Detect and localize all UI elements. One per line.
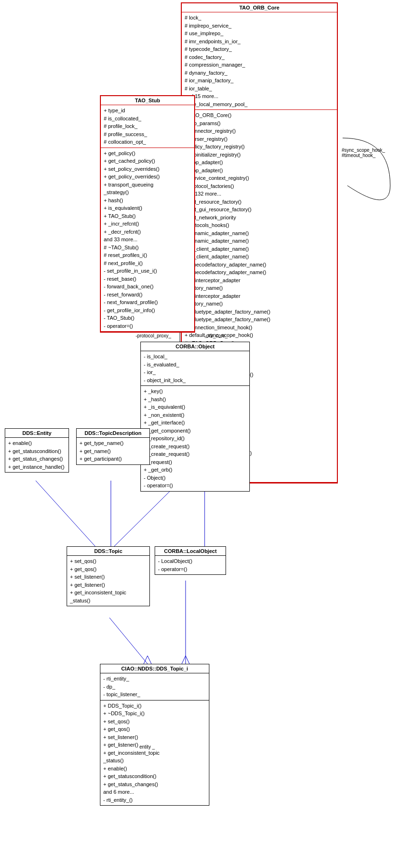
corba-object-title: CORBA::Object bbox=[141, 342, 249, 351]
ciao-dds-topic-i-title: CIAO::NDDS::DDS_Topic_i bbox=[100, 664, 209, 673]
dds-entity-box: DDS::Entity + enable() + get_statuscondi… bbox=[5, 428, 69, 473]
dds-entity-section1: + enable() + get_statuscondition() + get… bbox=[5, 438, 69, 472]
corba-localobject-title: CORBA::LocalObject bbox=[155, 547, 226, 556]
corba-localobject-box: CORBA::LocalObject - LocalObject() - ope… bbox=[155, 546, 226, 575]
svg-line-6 bbox=[109, 618, 148, 664]
dds-entity-title: DDS::Entity bbox=[5, 429, 69, 438]
tao-orb-core-title: TAO_ORB_Core bbox=[182, 3, 337, 12]
corba-object-section1: - is_local_ - is_evaluated_ - ior_ - obj… bbox=[141, 351, 249, 386]
tao-stub-box: TAO_Stub + type_id # is_collocated_ # pr… bbox=[100, 95, 195, 333]
dds-topicdescription-box: DDS::TopicDescription + get_type_name() … bbox=[76, 428, 150, 465]
ciao-dds-topic-i-section2: + DDS_Topic_i() + ~DDS_Topic_i() + set_q… bbox=[100, 700, 209, 806]
tao-stub-section2: + get_policy() + get_cached_policy() + s… bbox=[101, 148, 194, 332]
tao-stub-section1: + type_id # is_collocated_ # profile_loc… bbox=[101, 105, 194, 148]
ciao-dds-topic-i-section1: - rti_entity_ - dp_ - topic_listener_ bbox=[100, 673, 209, 700]
corba-localobject-section1: - LocalObject() - operator=() bbox=[155, 556, 226, 574]
dds-topic-box: DDS::Topic + set_qos() + get_qos() + set… bbox=[67, 546, 150, 606]
dds-topicdescription-section1: + get_type_name() + get_name() + get_par… bbox=[77, 438, 149, 464]
dds-topic-section1: + set_qos() + get_qos() + set_listener()… bbox=[67, 556, 149, 606]
svg-line-4 bbox=[36, 481, 95, 546]
diagram-container: TAO_ORB_Core # lock_ # implrepo_service_… bbox=[0, 0, 404, 868]
tao-stub-title: TAO_Stub bbox=[101, 96, 194, 105]
dds-topicdescription-title: DDS::TopicDescription bbox=[77, 429, 149, 438]
corba-object-section2: + _key() + _hash() + _is_equivalent() + … bbox=[141, 386, 249, 491]
entity-label: entity _ bbox=[139, 744, 155, 750]
tao-orb-core-section1: # lock_ # implrepo_service_ # use_implre… bbox=[182, 12, 337, 110]
ciao-dds-topic-i-box: CIAO::NDDS::DDS_Topic_i - rti_entity_ - … bbox=[100, 664, 209, 806]
orb-core-label: -orb_core_ bbox=[205, 333, 227, 338]
protocol-proxy-label: -protocol_proxy_ bbox=[136, 333, 171, 338]
corba-object-box: CORBA::Object - is_local_ - is_evaluated… bbox=[140, 342, 250, 492]
sync-scope-label: #sync_scope_hook_ #timeout_hook_ bbox=[342, 148, 385, 158]
dds-topic-title: DDS::Topic bbox=[67, 547, 149, 556]
